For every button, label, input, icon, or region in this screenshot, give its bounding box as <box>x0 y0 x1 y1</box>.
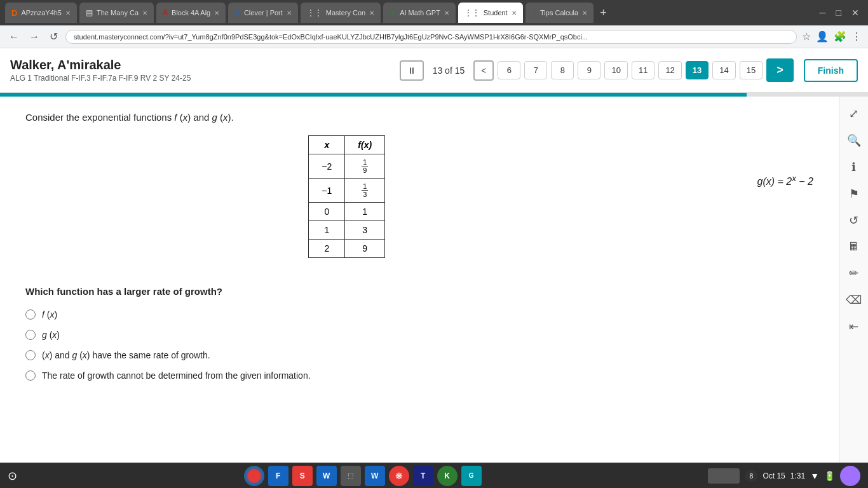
collapse-icon: ⇤ <box>849 320 858 333</box>
q-num-10[interactable]: 10 <box>604 61 627 79</box>
tab-8-close[interactable]: ✕ <box>582 10 587 17</box>
choice-c-label: (x) and g (x) have the same rate of grow… <box>42 350 210 360</box>
zoom-button[interactable]: 🔍 <box>843 130 865 151</box>
flag-button[interactable]: ⚑ <box>845 183 863 205</box>
profile-icon[interactable]: 👤 <box>816 30 829 43</box>
q-num-6[interactable]: 6 <box>498 61 520 79</box>
collapse-button[interactable]: ⇤ <box>845 316 862 337</box>
tab-4[interactable]: C Clever | Port ✕ <box>228 3 298 23</box>
radio-a[interactable] <box>25 309 36 320</box>
back-button[interactable]: ← <box>6 29 22 45</box>
q-num-9[interactable]: 9 <box>578 61 600 79</box>
fraction-1-3: 1 3 <box>362 182 368 198</box>
forward-button[interactable]: → <box>27 29 42 45</box>
explorer-app-icon[interactable]: ⬚ <box>341 466 361 486</box>
q-num-14[interactable]: 14 <box>712 61 735 79</box>
tab-7-close[interactable]: ✕ <box>512 10 517 17</box>
q-num-11[interactable]: 11 <box>632 61 654 79</box>
sub-question: Which function has a larger rate of grow… <box>25 286 813 297</box>
tab-2-close[interactable]: ✕ <box>142 10 147 17</box>
tab-1-close[interactable]: ✕ <box>65 10 71 17</box>
app6-icon[interactable]: ❋ <box>389 466 409 486</box>
choice-a[interactable]: f (x) <box>25 309 813 320</box>
flag-icon: ⚑ <box>849 187 859 200</box>
refresh-button[interactable]: ↺ <box>47 28 60 45</box>
prev-question-button[interactable]: < <box>473 60 494 81</box>
tab-5[interactable]: ⋮⋮ Mastery Con ✕ <box>301 3 381 23</box>
question-nav: ⏸ 13 of 15 < 6 7 8 9 10 11 12 13 14 15 >… <box>400 58 858 82</box>
tab-1[interactable]: D APznzaY4h5 ✕ <box>5 3 77 23</box>
docs-app-icon[interactable]: W <box>316 466 337 486</box>
url-bar[interactable] <box>65 30 797 44</box>
table-cell-x: −2 <box>309 154 345 179</box>
q-num-13[interactable]: 13 <box>686 61 709 79</box>
menu-icon[interactable]: ⋮ <box>851 30 862 43</box>
zoom-icon: 🔍 <box>847 134 861 147</box>
tab-6[interactable]: ✦ AI Math GPT ✕ <box>383 3 456 23</box>
tab-7[interactable]: ⋮⋮ Student ✕ <box>458 3 523 23</box>
calculator-icon: 🖩 <box>848 240 860 253</box>
choice-c[interactable]: (x) and g (x) have the same rate of grow… <box>25 350 813 360</box>
tab-6-close[interactable]: ✕ <box>444 10 449 17</box>
battery-icon: 🔋 <box>824 471 835 481</box>
fraction-1-9: 1 9 <box>362 158 368 174</box>
radio-c[interactable] <box>25 350 36 360</box>
q-num-12[interactable]: 12 <box>658 61 681 79</box>
new-tab-button[interactable]: + <box>596 6 611 20</box>
tab-7-label: Student <box>484 9 508 17</box>
info-button[interactable]: ℹ <box>848 156 860 178</box>
close-window-button[interactable]: ✕ <box>848 8 863 18</box>
q-num-8[interactable]: 8 <box>551 61 574 79</box>
word-app-icon[interactable]: W <box>365 466 385 486</box>
tab-2[interactable]: ▤ The Many Ca ✕ <box>79 3 154 23</box>
date-display: Oct 15 <box>763 471 785 480</box>
settings-icon[interactable]: ⚙ <box>840 466 860 486</box>
tab-4-close[interactable]: ✕ <box>287 10 292 17</box>
choice-b[interactable]: g (x) <box>25 330 813 340</box>
undo-button[interactable]: ↺ <box>845 210 862 231</box>
chrome-app-icon[interactable] <box>244 466 264 486</box>
question-row: x f(x) −2 1 9 <box>25 135 813 271</box>
finish-button[interactable]: Finish <box>804 59 858 82</box>
files-app-icon[interactable]: F <box>268 466 288 486</box>
sheets-app-icon[interactable]: S <box>292 466 313 486</box>
minimize-button[interactable]: ─ <box>816 8 830 18</box>
notification-badge[interactable]: 8 <box>745 470 757 482</box>
pause-button[interactable]: ⏸ <box>400 60 424 81</box>
undo-icon: ↺ <box>849 214 858 227</box>
radio-b[interactable] <box>25 330 36 340</box>
bookmark-icon[interactable]: ☆ <box>802 30 811 43</box>
tab-5-close[interactable]: ✕ <box>369 10 374 17</box>
answer-choices: f (x) g (x) (x) and g (x) have the same … <box>25 309 813 381</box>
q-num-15[interactable]: 15 <box>740 61 763 79</box>
wifi-icon: ▼ <box>810 471 819 481</box>
expand-button[interactable]: ⤢ <box>845 103 862 125</box>
pen-button[interactable]: ✏ <box>845 262 862 284</box>
calculator-button[interactable]: 🖩 <box>844 236 864 257</box>
maximize-button[interactable]: □ <box>832 8 845 18</box>
eraser-button[interactable]: ⌫ <box>842 289 865 311</box>
extension-icon[interactable]: 🧩 <box>834 30 846 43</box>
table-row: 1 3 <box>309 221 385 240</box>
windows-button[interactable]: ⊙ <box>8 469 17 483</box>
tab-3-close[interactable]: ✕ <box>214 10 219 17</box>
table-cell-fx: 1 9 <box>345 154 385 179</box>
taskbar: ⊙ F S W ⬚ W ❋ T K G 8 Oct 15 1:31 ▼ 🔋 ⚙ <box>0 463 868 488</box>
table-cell-x: 2 <box>309 240 345 258</box>
next-question-button[interactable]: > <box>766 58 794 82</box>
tab-2-label: The Many Ca <box>97 9 139 17</box>
app8-icon[interactable]: K <box>437 466 458 486</box>
app7-icon[interactable]: T <box>413 466 433 486</box>
g-function-formula: g(x) = 2x − 2 <box>757 173 813 187</box>
function-table: x f(x) −2 1 9 <box>308 135 385 258</box>
choice-d[interactable]: The rate of growth cannot be determined … <box>25 370 813 381</box>
radio-d[interactable] <box>25 370 36 381</box>
table-header-fx: f(x) <box>345 136 385 154</box>
tab-8[interactable]: T Tips Calcula ✕ <box>526 3 593 23</box>
table-cell-fx: 3 <box>345 221 385 240</box>
tab-3[interactable]: A Block 4A Alg ✕ <box>156 3 226 23</box>
q-num-7[interactable]: 7 <box>524 61 547 79</box>
table-row: 0 1 <box>309 203 385 221</box>
right-toolbar: ⤢ 🔍 ℹ ⚑ ↺ 🖩 ✏ ⌫ ⇤ <box>839 97 868 463</box>
app9-icon[interactable]: G <box>461 466 482 486</box>
